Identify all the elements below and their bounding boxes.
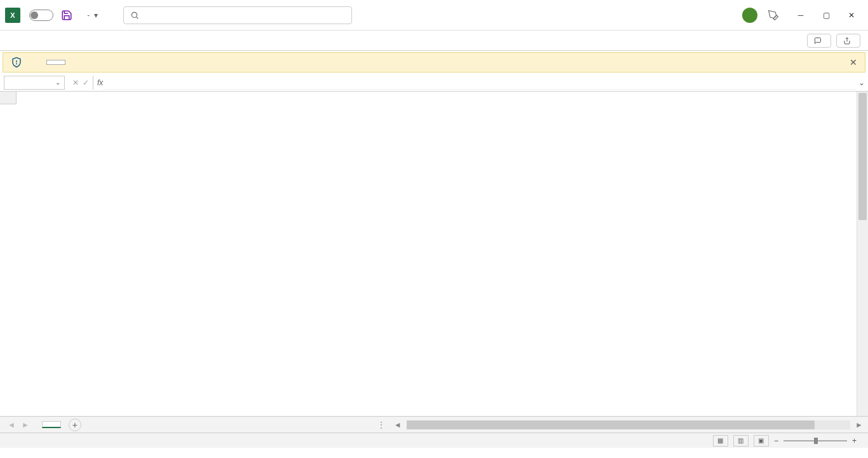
search-input[interactable] [123, 6, 352, 24]
sheet-tab-bar: ◄ ► + ⋮ ◄ ► [0, 416, 868, 433]
vertical-scrollbar[interactable] [857, 92, 868, 416]
page-break-view-button[interactable]: ▣ [754, 435, 769, 447]
tab-help[interactable] [130, 37, 145, 45]
tab-insert[interactable] [38, 37, 53, 45]
cancel-formula-icon: ✕ [72, 78, 79, 87]
normal-view-button[interactable]: ▦ [713, 435, 728, 447]
protected-view-close-icon[interactable]: ✕ [850, 57, 857, 67]
tab-data[interactable] [84, 37, 99, 45]
sheet-nav-next-icon[interactable]: ► [19, 420, 32, 429]
status-bar: ▦ ▥ ▣ − + [0, 433, 868, 448]
add-sheet-button[interactable]: + [69, 419, 81, 431]
zoom-out-button[interactable]: − [774, 436, 778, 445]
zoom-slider[interactable] [783, 440, 847, 441]
ribbon-tabs [0, 31, 868, 51]
svg-line-1 [137, 17, 139, 18]
document-mode: - ▾ [85, 11, 98, 20]
chevron-down-icon[interactable]: ⌄ [55, 79, 60, 86]
share-icon [843, 37, 851, 45]
autosave-control[interactable] [25, 10, 53, 21]
svg-point-0 [132, 12, 137, 17]
minimize-button[interactable]: ─ [789, 6, 812, 24]
accept-formula-icon: ✓ [83, 78, 89, 87]
save-icon[interactable] [61, 10, 72, 21]
sheet-tab[interactable] [42, 421, 61, 428]
zoom-in-button[interactable]: + [852, 436, 857, 445]
select-all-corner[interactable] [0, 92, 17, 104]
excel-app-icon: X [5, 8, 20, 23]
tab-review[interactable] [99, 37, 114, 45]
tab-view[interactable] [114, 37, 130, 45]
tab-home[interactable] [23, 37, 38, 45]
tab-formulas[interactable] [69, 37, 84, 45]
shield-icon [11, 57, 22, 68]
formula-expand-icon[interactable]: ⌄ [855, 78, 868, 87]
fx-icon[interactable]: fx [97, 78, 103, 87]
comments-button[interactable] [807, 34, 831, 48]
sheet-options-icon[interactable]: ⋮ [374, 420, 389, 429]
enable-editing-button[interactable] [46, 60, 65, 65]
maximize-button[interactable]: ▢ [815, 6, 837, 24]
share-button[interactable] [836, 34, 860, 48]
tab-file[interactable] [8, 37, 23, 45]
search-icon [130, 11, 139, 20]
tab-page-layout[interactable] [53, 37, 69, 45]
name-box[interactable]: ⌄ [4, 76, 65, 90]
close-button[interactable]: ✕ [840, 6, 863, 24]
sheet-nav-prev-icon[interactable]: ◄ [5, 420, 18, 429]
protected-view-bar: ✕ [3, 52, 865, 73]
spreadsheet-grid[interactable] [0, 92, 868, 416]
horizontal-scrollbar[interactable]: ◄ ► [394, 420, 863, 429]
comment-icon [814, 37, 822, 45]
autosave-toggle[interactable] [29, 10, 53, 21]
user-avatar[interactable] [742, 8, 757, 23]
formula-bar[interactable] [103, 76, 855, 90]
pen-icon[interactable] [768, 10, 779, 21]
svg-point-4 [17, 64, 17, 64]
page-layout-view-button[interactable]: ▥ [733, 435, 749, 447]
